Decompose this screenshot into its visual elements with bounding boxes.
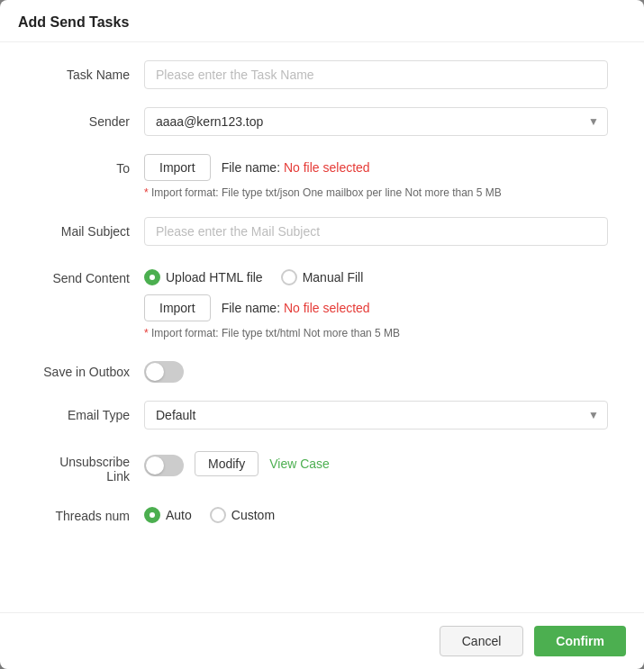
sender-label: Sender (36, 107, 144, 129)
send-content-radio-group: Upload HTML file Manual Fill (144, 264, 608, 285)
content-no-file: No file selected (284, 301, 370, 315)
email-type-row: Email Type Default ▼ (36, 401, 608, 429)
view-case-link[interactable]: View Case (269, 457, 330, 471)
task-name-row: Task Name (36, 60, 608, 89)
unsubscribe-row: Unsubscribe Link Modify View Case (36, 448, 608, 484)
cancel-button[interactable]: Cancel (440, 626, 524, 656)
send-content-label: Send Content (36, 264, 144, 285)
unsubscribe-knob (146, 457, 164, 475)
unsubscribe-label: Unsubscribe Link (36, 448, 144, 484)
manual-fill-label: Manual Fill (303, 270, 364, 285)
content-import-button[interactable]: Import (144, 294, 211, 321)
sender-select-wrapper: aaaa@kern123.top ▼ (144, 107, 608, 136)
task-name-label: Task Name (36, 60, 144, 82)
threads-num-radio-group: Auto Custom (144, 502, 608, 523)
manual-fill-radio[interactable] (281, 269, 297, 285)
email-type-label: Email Type (36, 401, 144, 422)
to-file-label: File name: No file selected (222, 160, 370, 175)
upload-html-radio[interactable] (144, 269, 160, 285)
content-file-label: File name: No file selected (222, 301, 370, 315)
save-outbox-toggle[interactable] (144, 361, 184, 383)
email-type-content: Default ▼ (144, 401, 608, 429)
sender-select[interactable]: aaaa@kern123.top (144, 107, 608, 136)
unsubscribe-controls: Modify View Case (144, 448, 608, 476)
custom-label: Custom (231, 508, 275, 522)
email-type-select-wrapper: Default ▼ (144, 401, 608, 429)
dialog-title: Add Send Tasks (18, 14, 129, 30)
mail-subject-content (144, 217, 608, 246)
confirm-button[interactable]: Confirm (534, 626, 626, 656)
to-row: To Import File name: No file selected Im… (36, 154, 608, 199)
upload-html-label: Upload HTML file (166, 270, 263, 285)
modify-button[interactable]: Modify (195, 451, 259, 476)
mail-subject-label: Mail Subject (36, 217, 144, 239)
content-hint: Import format: File type txt/html Not mo… (144, 327, 608, 339)
add-send-tasks-dialog: Add Send Tasks Task Name Sender aaaa@ker… (0, 0, 644, 669)
dialog-body: Task Name Sender aaaa@kern123.top ▼ To I… (0, 42, 644, 612)
send-content-row: Send Content Upload HTML file Manual Fil… (36, 264, 608, 339)
auto-option[interactable]: Auto (144, 507, 192, 523)
sender-row: Sender aaaa@kern123.top ▼ (36, 107, 608, 136)
to-import-button[interactable]: Import (144, 154, 211, 181)
send-content-content: Upload HTML file Manual Fill Import File… (144, 264, 608, 339)
save-outbox-knob (146, 363, 164, 381)
to-import-row: Import File name: No file selected (144, 154, 608, 181)
to-hint: Import format: File type txt/json One ma… (144, 186, 608, 199)
mail-subject-input[interactable] (144, 217, 608, 246)
email-type-select[interactable]: Default (144, 401, 608, 429)
upload-html-option[interactable]: Upload HTML file (144, 269, 263, 285)
content-import-row: Import File name: No file selected (144, 294, 608, 321)
threads-num-label: Threads num (36, 502, 144, 523)
task-name-content (144, 60, 608, 89)
auto-radio[interactable] (144, 507, 160, 523)
save-outbox-row: Save in Outbox (36, 357, 608, 383)
to-content: Import File name: No file selected Impor… (144, 154, 608, 199)
auto-label: Auto (166, 508, 192, 522)
custom-radio[interactable] (210, 507, 226, 523)
unsubscribe-toggle[interactable] (144, 455, 184, 476)
to-no-file: No file selected (284, 160, 370, 175)
to-label: To (36, 154, 144, 176)
unsubscribe-content: Modify View Case (144, 448, 608, 476)
sender-content: aaaa@kern123.top ▼ (144, 107, 608, 136)
save-outbox-label: Save in Outbox (36, 357, 144, 379)
mail-subject-row: Mail Subject (36, 217, 608, 246)
threads-num-row: Threads num Auto Custom (36, 502, 608, 523)
dialog-header: Add Send Tasks (0, 0, 644, 42)
dialog-footer: Cancel Confirm (0, 612, 644, 669)
save-outbox-content (144, 357, 608, 383)
threads-num-content: Auto Custom (144, 502, 608, 523)
manual-fill-option[interactable]: Manual Fill (281, 269, 364, 285)
custom-option[interactable]: Custom (210, 507, 275, 523)
task-name-input[interactable] (144, 60, 608, 89)
